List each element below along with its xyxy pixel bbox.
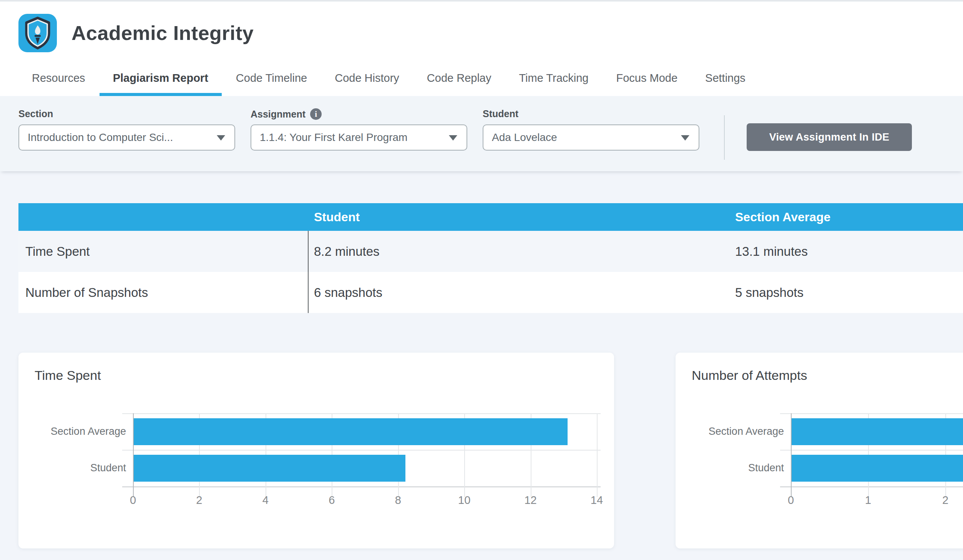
chart-band-line [122, 450, 601, 451]
x-tick-label: 0 [118, 494, 148, 507]
caret-down-icon [217, 135, 225, 141]
student-select-value: Ada Lovelace [492, 131, 557, 144]
row-label: Number of Snapshots [18, 272, 308, 313]
tab-code-timeline[interactable]: Code Timeline [222, 72, 320, 96]
chart-bar[interactable] [792, 418, 963, 445]
x-tick-label: 2 [930, 494, 961, 507]
chart-band-line [122, 486, 601, 487]
chart-title: Number of Attempts [692, 368, 807, 383]
tab-plagiarism-report[interactable]: Plagiarism Report [100, 72, 222, 96]
section-select-value: Introduction to Computer Sci... [28, 131, 173, 144]
caret-down-icon [449, 135, 457, 141]
x-tick-label: 1 [853, 494, 883, 507]
assignment-select-value: 1.1.4: Your First Karel Program [260, 131, 407, 144]
tab-time-tracking[interactable]: Time Tracking [505, 72, 602, 96]
chart-bar[interactable] [134, 418, 568, 445]
category-label: Section Average [18, 413, 126, 450]
table-row: Time Spent 8.2 minutes 13.1 minutes [18, 231, 963, 272]
student-filter-label: Student [483, 108, 518, 119]
chart-title: Time Spent [35, 368, 101, 383]
x-tick-label: 0 [775, 494, 806, 507]
header-cell-student: Student [308, 203, 729, 231]
chart-gridline [597, 413, 598, 497]
table-header-row: Student Section Average [18, 203, 963, 231]
student-select[interactable]: Ada Lovelace [483, 124, 699, 151]
chart-bar[interactable] [792, 455, 963, 482]
caret-down-icon [681, 135, 689, 141]
section-average-value: 5 snapshots [729, 272, 963, 313]
section-filter-label: Section [18, 108, 53, 119]
info-icon[interactable]: i [310, 108, 322, 120]
section-filter-label-text: Section [18, 108, 53, 119]
x-tick-label: 14 [581, 494, 612, 507]
x-tick-label: 6 [316, 494, 347, 507]
number-of-attempts-chart-card: Number of Attempts 012Section AverageStu… [676, 353, 963, 548]
number-of-attempts-chart-plot: 012Section AverageStudent [791, 413, 963, 486]
category-label: Student [676, 450, 784, 486]
section-average-value: 13.1 minutes [729, 231, 963, 272]
page-header: Academic Integrity Resources Plagiarism … [0, 2, 963, 96]
student-value: 6 snapshots [308, 272, 729, 313]
student-filter-label-text: Student [483, 108, 518, 119]
tab-focus-mode[interactable]: Focus Mode [603, 72, 691, 96]
filter-bar: Section Introduction to Computer Sci... … [0, 96, 963, 171]
assignment-filter-label: Assignment i [251, 108, 322, 120]
x-tick-label: 8 [383, 494, 413, 507]
header-cell-blank [18, 203, 308, 231]
tab-code-replay[interactable]: Code Replay [413, 72, 505, 96]
chart-band-line [122, 413, 601, 414]
academic-integrity-shield-torch-icon [18, 14, 57, 52]
category-label: Section Average [676, 413, 784, 450]
time-spent-chart-plot: 02468101214Section AverageStudent [133, 413, 597, 486]
chart-band-line [780, 450, 963, 451]
category-label: Student [18, 450, 126, 486]
x-tick-label: 10 [449, 494, 480, 507]
view-assignment-in-ide-button[interactable]: View Assignment In IDE [747, 123, 912, 151]
tab-bar: Resources Plagiarism Report Code Timelin… [18, 72, 759, 96]
x-tick-label: 4 [250, 494, 281, 507]
filter-divider [724, 115, 725, 160]
student-value: 8.2 minutes [308, 231, 729, 272]
assignment-select[interactable]: 1.1.4: Your First Karel Program [251, 124, 467, 151]
section-select[interactable]: Introduction to Computer Sci... [18, 124, 235, 151]
chart-band-line [780, 413, 963, 414]
x-tick-label: 2 [184, 494, 214, 507]
x-tick-label: 12 [515, 494, 546, 507]
header-cell-section-average: Section Average [729, 203, 963, 231]
comparison-table: Student Section Average Time Spent 8.2 m… [18, 203, 963, 313]
table-row: Number of Snapshots 6 snapshots 5 snapsh… [18, 272, 963, 313]
tab-resources[interactable]: Resources [18, 72, 99, 96]
assignment-filter-label-text: Assignment [251, 109, 306, 120]
chart-band-line [780, 486, 963, 487]
tab-code-history[interactable]: Code History [321, 72, 413, 96]
page-title: Academic Integrity [71, 14, 254, 52]
chart-bar[interactable] [134, 455, 405, 482]
row-label: Time Spent [18, 231, 308, 272]
tab-settings[interactable]: Settings [692, 72, 759, 96]
table-column-divider [308, 231, 309, 313]
time-spent-chart-card: Time Spent 02468101214Section AverageStu… [18, 353, 614, 548]
